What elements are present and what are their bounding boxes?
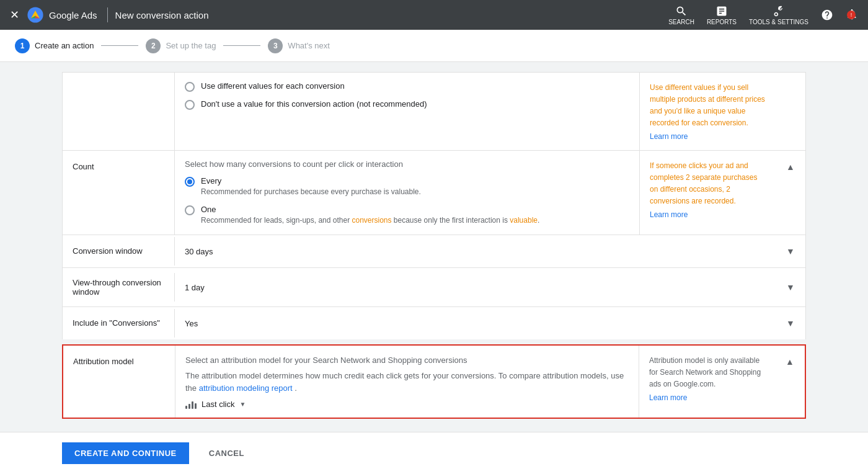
step-2-circle: 2 [146, 38, 161, 53]
close-icon[interactable]: ✕ [10, 8, 19, 22]
count-description: Select how many conversions to count per… [185, 159, 629, 169]
attribution-help-text: Attribution model is only available for … [649, 356, 761, 388]
nav-divider [107, 7, 108, 22]
breadcrumb: 1 Create an action 2 Set up the tag 3 Wh… [0, 30, 868, 62]
step-3-label: What's next [288, 41, 330, 50]
tools-nav-label: TOOLS & SETTINGS [749, 19, 808, 25]
step-2-label: Set up the tag [166, 41, 216, 50]
conversion-window-label: Conversion window [63, 235, 174, 267]
search-nav-button[interactable]: SEARCH [668, 5, 694, 25]
conversion-window-toggle[interactable]: ▼ [776, 246, 805, 256]
one-radio[interactable] [185, 205, 195, 215]
attribution-dropdown-arrow-icon: ▼ [239, 401, 246, 408]
page-title: New conversion action [115, 10, 209, 20]
every-label: Every [201, 176, 421, 186]
step-connector-1 [101, 45, 138, 46]
include-conversions-value: Yes [185, 319, 198, 328]
nav-actions: SEARCH REPORTS TOOLS & SETTINGS ! [668, 5, 858, 25]
count-chevron-up-icon: ▲ [786, 162, 795, 172]
include-conversions-section: Include in "Conversions" Yes ▼ [62, 306, 806, 339]
step-1-circle: 1 [15, 38, 30, 53]
count-label: Count [63, 151, 174, 235]
step-3-circle: 3 [268, 38, 283, 53]
attribution-modeling-report-link[interactable]: attribution modeling report [199, 383, 293, 393]
attribution-section-toggle[interactable]: ▲ [775, 346, 805, 418]
include-conversions-chevron-icon: ▼ [786, 318, 795, 328]
value-section-toggle[interactable] [776, 73, 805, 150]
attribution-learn-more-link[interactable]: Learn more [649, 393, 687, 402]
view-through-chevron-icon: ▼ [786, 282, 795, 292]
conversion-window-chevron-icon: ▼ [786, 246, 795, 256]
search-nav-label: SEARCH [668, 19, 694, 25]
notifications-button[interactable]: ! [846, 8, 858, 22]
use-different-values-label: Use different values for each conversion [201, 81, 345, 91]
help-nav-button[interactable] [821, 9, 833, 21]
attribution-chevron-up-icon: ▲ [786, 357, 794, 367]
include-conversions-toggle[interactable]: ▼ [776, 318, 805, 328]
value-help-text: Use different values if you sell multipl… [650, 83, 765, 127]
attribution-model-selector[interactable]: Last click ▼ [185, 399, 629, 409]
cancel-button[interactable]: CANCEL [199, 442, 254, 464]
step-1-label: Create an action [35, 41, 94, 50]
attribution-selected-value: Last click [202, 400, 234, 409]
count-learn-more-link[interactable]: Learn more [650, 210, 688, 219]
include-conversions-label: Include in "Conversions" [63, 307, 174, 339]
attribution-desc2: The attribution model determines how muc… [185, 370, 629, 394]
count-help-text: If someone clicks your ad and completes … [650, 161, 757, 205]
one-option[interactable]: One Recommended for leads, sign-ups, and… [185, 205, 629, 226]
dont-use-value-radio[interactable] [185, 100, 195, 110]
every-option[interactable]: Every Recommended for purchases because … [185, 176, 629, 197]
count-section: Count Select how many conversions to cou… [62, 150, 806, 235]
one-desc: Recommended for leads, sign-ups, and oth… [201, 215, 539, 226]
attribution-model-label: Attribution model [63, 346, 175, 418]
top-navigation: ✕ Google Ads New conversion action SEARC… [0, 0, 868, 30]
value-section: Use different values for each conversion… [62, 72, 806, 150]
attribution-bar-chart-icon [185, 399, 197, 409]
every-desc: Recommended for purchases because every … [201, 187, 421, 197]
conversion-window-section: Conversion window 30 days ▼ [62, 235, 806, 267]
step-2: 2 Set up the tag [146, 38, 216, 53]
view-through-value: 1 day [185, 283, 205, 292]
bottom-actions: CREATE AND CONTINUE CANCEL [0, 432, 868, 474]
use-different-values-radio[interactable] [185, 82, 195, 92]
reports-nav-button[interactable]: REPORTS [707, 5, 737, 25]
one-label: One [201, 205, 539, 214]
value-learn-more-link[interactable]: Learn more [650, 132, 688, 141]
reports-nav-label: REPORTS [707, 19, 737, 25]
google-ads-logo [27, 6, 44, 24]
use-different-values-option[interactable]: Use different values for each conversion [185, 81, 629, 92]
conversion-window-value: 30 days [185, 247, 213, 256]
dont-use-value-label: Don't use a value for this conversion ac… [201, 99, 427, 109]
step-1: 1 Create an action [15, 38, 94, 53]
attribution-desc1: Select an attribution model for your Sea… [185, 354, 629, 367]
tools-nav-button[interactable]: TOOLS & SETTINGS [749, 5, 808, 25]
view-through-toggle[interactable]: ▼ [776, 282, 805, 292]
every-radio[interactable] [185, 177, 195, 187]
count-section-toggle[interactable]: ▲ [776, 151, 805, 235]
attribution-model-section: Attribution model Select an attribution … [62, 344, 806, 419]
step-3: 3 What's next [268, 38, 330, 53]
create-and-continue-button[interactable]: CREATE AND CONTINUE [62, 442, 189, 464]
view-through-label: View-through conversion window [63, 268, 174, 306]
step-connector-2 [223, 45, 260, 46]
view-through-section: View-through conversion window 1 day ▼ [62, 267, 806, 306]
dont-use-value-option[interactable]: Don't use a value for this conversion ac… [185, 99, 629, 110]
brand-name: Google Ads [49, 10, 97, 20]
